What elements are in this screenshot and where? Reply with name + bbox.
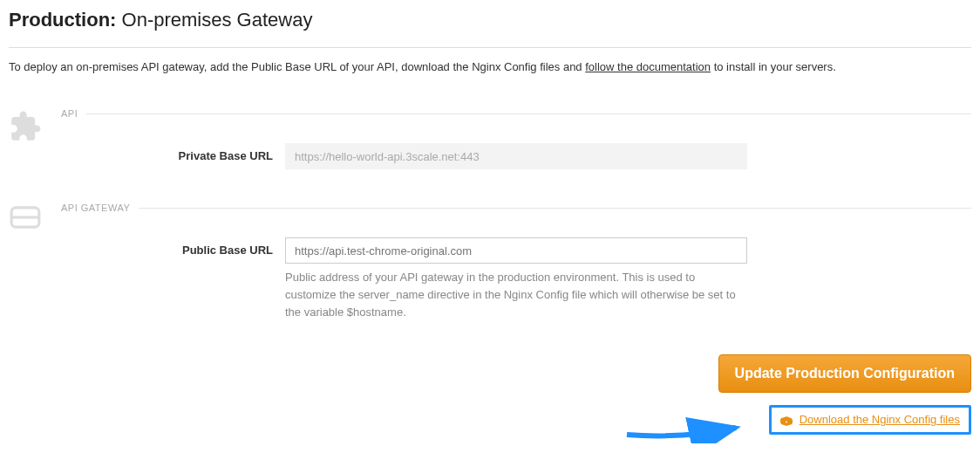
- puzzle-icon: [9, 108, 61, 146]
- actions-area: Update Production Configuration Download…: [9, 354, 971, 435]
- public-base-url-label: Public Base URL: [61, 237, 285, 257]
- intro-post: to install in your servers.: [711, 60, 836, 73]
- private-base-url-label: Private Base URL: [61, 143, 285, 162]
- api-section-header: API: [61, 108, 971, 119]
- server-icon: [9, 202, 61, 233]
- download-link-highlight: Download the Nginx Config files: [769, 405, 971, 435]
- public-base-url-input[interactable]: [285, 237, 747, 264]
- private-base-url-row: Private Base URL: [61, 143, 971, 169]
- page-title-suffix: On-premises Gateway: [116, 9, 312, 31]
- download-nginx-link[interactable]: Download the Nginx Config files: [800, 413, 960, 426]
- section-header-line: [139, 208, 971, 209]
- api-section: API Private Base URL: [9, 108, 971, 176]
- intro-text: To deploy an on-premises API gateway, ad…: [9, 60, 971, 73]
- private-base-url-input[interactable]: [285, 143, 747, 169]
- update-production-button[interactable]: Update Production Configuration: [718, 354, 971, 393]
- section-header-line: [86, 113, 971, 114]
- gateway-section-label: API GATEWAY: [61, 202, 139, 213]
- page-title-prefix: Production:: [9, 9, 116, 31]
- public-base-url-help: Public address of your API gateway in th…: [285, 269, 747, 321]
- page-title: Production: On-premises Gateway: [9, 9, 971, 31]
- documentation-link[interactable]: follow the documentation: [585, 60, 711, 73]
- public-base-url-row: Public Base URL Public address of your A…: [61, 237, 971, 321]
- cloud-download-icon: [780, 414, 796, 427]
- api-section-label: API: [61, 108, 86, 119]
- arrow-annotation-icon: [623, 408, 745, 443]
- api-gateway-section: API GATEWAY Public Base URL Public addre…: [9, 202, 971, 328]
- title-divider: [9, 47, 971, 48]
- intro-pre: To deploy an on-premises API gateway, ad…: [9, 60, 585, 73]
- gateway-section-header: API GATEWAY: [61, 202, 971, 213]
